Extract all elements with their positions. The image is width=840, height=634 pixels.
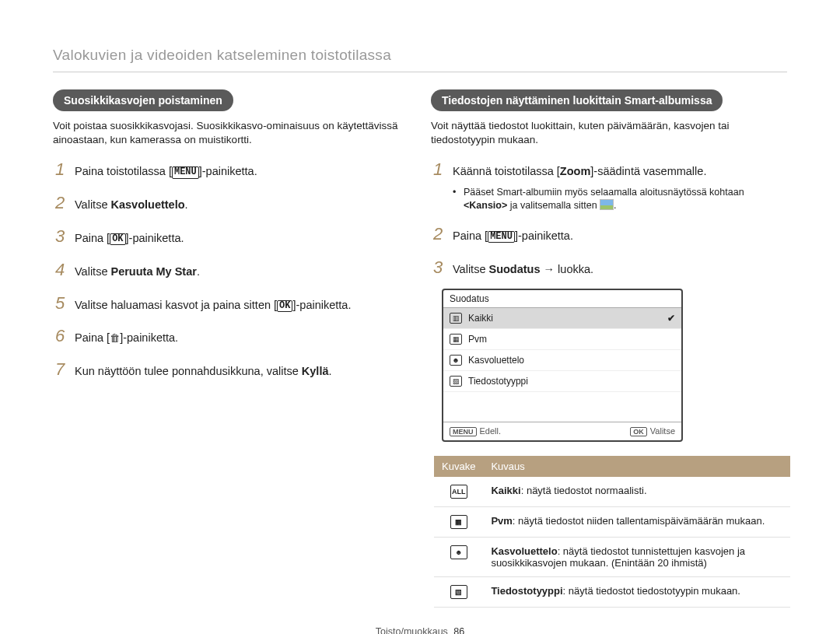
check-icon: ✔ (667, 313, 675, 324)
left-step-3: 3 Paina [OK]-painiketta. (53, 225, 409, 249)
page-footer: Toisto/muokkaus 86 (53, 626, 787, 634)
step-number: 3 (431, 256, 445, 280)
two-column-layout: Suosikkikasvojen poistaminen Voit poista… (53, 89, 787, 608)
menu-icon: MENU (488, 231, 515, 243)
title-divider (53, 72, 787, 72)
screen-item-tiedosto: ▧ Tiedostotyyppi (443, 371, 681, 392)
right-step-1: 1 Käännä toistotilassa [Zoom]-säädintä v… (431, 158, 787, 212)
step-number: 1 (53, 158, 67, 182)
step-body: Paina [OK]-painiketta. (75, 230, 409, 246)
right-column: Tiedostojen näyttäminen luokittain Smart… (431, 89, 787, 608)
step-sub-bullet: Pääset Smart-albumiin myös selaamalla al… (453, 186, 787, 213)
step-number: 4 (53, 258, 67, 282)
left-column: Suosikkikasvojen poistaminen Voit poista… (53, 89, 409, 608)
step-body: Paina toistotilassa [MENU]-painiketta. (75, 163, 409, 179)
step-body: Valitse Peruuta My Star. (75, 264, 409, 279)
screen-item-kasvo: ☻ Kasvoluettelo (443, 350, 681, 371)
col-header-desc: Kuvaus (483, 456, 790, 477)
table-desc: Pvm: näytä tiedostot niiden tallentamisp… (483, 507, 790, 538)
step-number: 7 (53, 358, 67, 382)
step-number: 6 (53, 324, 67, 349)
step-body: Valitse Kasvoluettelo. (75, 197, 409, 212)
screen-item-label: Pvm (468, 334, 487, 345)
left-step-6: 6 Paina []-painiketta. (53, 324, 409, 349)
left-step-5: 5 Valitse haluamasi kasvot ja paina sitt… (53, 292, 409, 316)
col-header-icon: Kuvake (434, 456, 483, 477)
right-steps: 1 Käännä toistotilassa [Zoom]-säädintä v… (431, 158, 787, 279)
sub-bullet-item: Pääset Smart-albumiin myös selaamalla al… (453, 186, 787, 213)
step-body: Valitse Suodatus → luokka. (453, 261, 787, 277)
face-icon: ☻ (450, 355, 462, 366)
step-number: 3 (53, 225, 67, 249)
table-row: ☻ Kasvoluettelo: näytä tiedostot tunnist… (434, 538, 790, 577)
ok-icon: OK (277, 300, 292, 312)
left-section-heading: Suosikkikasvojen poistaminen (53, 89, 233, 111)
right-section-heading: Tiedostojen näyttäminen luokittain Smart… (431, 89, 723, 111)
filetype-icon: ▧ (450, 585, 467, 599)
right-step-2: 2 Paina [MENU]-painiketta. (431, 222, 787, 247)
trash-icon (110, 331, 120, 344)
page: Valokuvien ja videoiden katseleminen toi… (0, 0, 840, 634)
step-number: 1 (431, 158, 445, 182)
step-body: Paina []-painiketta. (75, 330, 409, 345)
filetype-icon: ▧ (450, 376, 462, 387)
date-icon: ▦ (450, 334, 462, 345)
step-body: Paina [MENU]-painiketta. (453, 228, 787, 243)
table-row: ALL Kaikki: näytä tiedostot normaalisti. (434, 477, 790, 507)
face-icon: ☻ (450, 545, 467, 559)
table-desc: Kaikki: näytä tiedostot normaalisti. (483, 477, 790, 507)
landscape-icon (600, 199, 614, 210)
date-icon: ▦ (450, 515, 467, 529)
screen-item-label: Kasvoluettelo (468, 355, 524, 366)
step-number: 2 (431, 222, 445, 247)
screen-item-pvm: ▦ Pvm (443, 329, 681, 350)
screen-footer: MENUEdell. OKValitse (443, 422, 681, 440)
step-number: 5 (53, 292, 67, 316)
step-number: 2 (53, 191, 67, 215)
left-step-1: 1 Paina toistotilassa [MENU]-painiketta. (53, 158, 409, 182)
screen-menu-title: Suodatus (443, 290, 681, 308)
ok-icon: OK (630, 427, 647, 436)
screen-item-label: Kaikki (468, 313, 493, 324)
table-row: ▧ Tiedostotyyppi: näytä tiedostot tiedos… (434, 577, 790, 608)
ok-icon: OK (110, 233, 125, 245)
left-intro: Voit poistaa suosikkikasvojasi. Suosikki… (53, 119, 409, 147)
table-desc: Kasvoluettelo: näytä tiedostot tunnistet… (483, 538, 790, 577)
left-step-7: 7 Kun näyttöön tulee ponnahdusikkuna, va… (53, 358, 409, 382)
right-step-3: 3 Valitse Suodatus → luokka. (431, 256, 787, 280)
step-body: Käännä toistotilassa [Zoom]-säädintä vas… (453, 163, 787, 212)
menu-icon: MENU (172, 166, 199, 178)
all-icon: ALL (450, 485, 467, 499)
left-steps: 1 Paina toistotilassa [MENU]-painiketta.… (53, 158, 409, 382)
page-title: Valokuvien ja videoiden katseleminen toi… (53, 47, 787, 64)
menu-icon: MENU (450, 427, 477, 436)
step-body: Kun näyttöön tulee ponnahdusikkuna, vali… (75, 363, 409, 379)
table-row: ▦ Pvm: näytä tiedostot niiden tallentami… (434, 507, 790, 538)
all-icon: ▥ (450, 313, 462, 324)
left-step-4: 4 Valitse Peruuta My Star. (53, 258, 409, 282)
step-body: Valitse haluamasi kasvot ja paina sitten… (75, 297, 409, 313)
left-step-2: 2 Valitse Kasvoluettelo. (53, 191, 409, 215)
table-desc: Tiedostotyyppi: näytä tiedostot tiedosto… (483, 577, 790, 608)
right-intro: Voit näyttää tiedostot luokittain, kuten… (431, 119, 787, 147)
footer-page-number: 86 (453, 626, 464, 634)
camera-screen: Suodatus ▥ Kaikki ✔ ▦ Pvm ☻ Kasvoluettel… (442, 289, 787, 442)
screen-item-label: Tiedostotyyppi (468, 376, 528, 387)
screen-item-kaikki: ▥ Kaikki ✔ (443, 308, 681, 329)
icon-description-table: Kuvake Kuvaus ALL Kaikki: näytä tiedosto… (434, 456, 790, 608)
footer-section: Toisto/muokkaus (376, 626, 448, 634)
